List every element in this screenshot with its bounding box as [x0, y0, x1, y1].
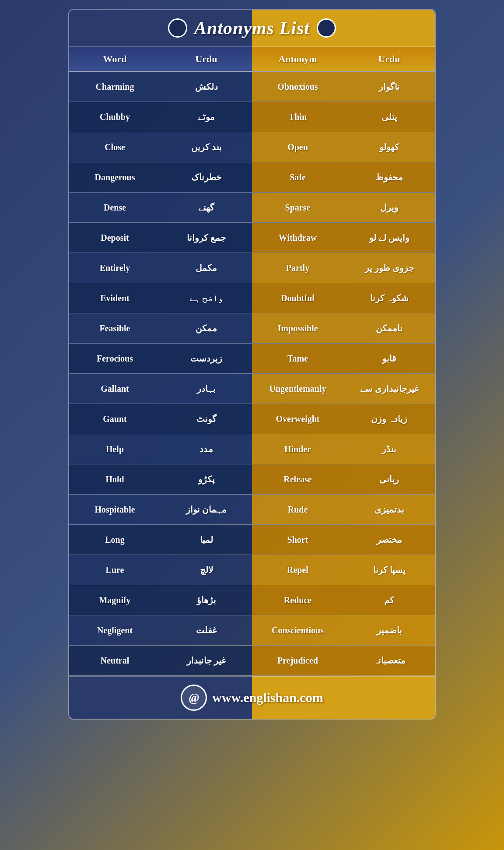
- col-header-urdu-antonym: Urdu: [343, 47, 435, 71]
- urdu-word-text: بند کریں: [191, 142, 222, 152]
- cell-word: Gaunt: [69, 404, 161, 434]
- cell-urdu-antonym: ربانی: [343, 464, 435, 494]
- cell-urdu-antonym: مختصر: [343, 525, 435, 555]
- cell-urdu-antonym: پسپا کرنا: [343, 555, 435, 585]
- table-row: Help مدد Hinder بنڈر: [69, 434, 435, 464]
- urdu-word-text: پکڑو: [198, 474, 215, 485]
- cell-urdu-word: غفلت: [161, 615, 252, 645]
- antonym-text: Release: [284, 474, 312, 485]
- cell-urdu-antonym: زیادہ وزن: [343, 404, 435, 434]
- col-header-urdu-word: Urdu: [161, 47, 252, 71]
- antonym-text: Repel: [287, 565, 308, 575]
- cell-urdu-word: گونٹ: [161, 404, 252, 434]
- antonym-text: Impossible: [277, 323, 318, 334]
- cell-word: Hospitable: [69, 495, 161, 524]
- cell-urdu-antonym: غیرجانبداری سے: [343, 374, 435, 404]
- urdu-antonym-text: متعصبانہ: [373, 655, 406, 666]
- table-row: Charming دلکش Obnoxious ناگوار: [69, 72, 435, 102]
- cell-urdu-antonym: قابو: [343, 344, 435, 373]
- urdu-word-text: لمبا: [200, 534, 213, 545]
- cell-word: Entirely: [69, 253, 161, 283]
- cell-urdu-antonym: ناممکن: [343, 313, 435, 343]
- cell-urdu-word: دلکش: [161, 72, 252, 102]
- urdu-word-text: زبردست: [190, 353, 222, 364]
- cell-urdu-word: مکمل: [161, 253, 252, 283]
- cell-antonym: Prejudiced: [252, 646, 343, 675]
- cell-antonym: Obnoxious: [252, 72, 343, 102]
- table-row: Lure لالچ Repel پسپا کرنا: [69, 555, 435, 585]
- cell-urdu-antonym: شکوہ کرنا: [343, 283, 435, 313]
- antonym-text: Withdraw: [279, 233, 317, 243]
- cell-urdu-antonym: ویرل: [343, 193, 435, 222]
- word-text: Gallant: [101, 384, 129, 394]
- urdu-word-text: گونٹ: [196, 414, 217, 424]
- word-text: Magnify: [99, 595, 130, 605]
- antonym-text: Ungentlemanly: [270, 384, 326, 394]
- cell-antonym: Safe: [252, 162, 343, 192]
- word-text: Evident: [100, 293, 130, 303]
- table-row: Evident واضح ہے Doubtful شکوہ کرنا: [69, 283, 435, 313]
- cell-word: Magnify: [69, 585, 161, 615]
- cell-urdu-word: بڑھاؤ: [161, 585, 252, 615]
- antonym-text: Sparse: [285, 203, 311, 213]
- word-text: Entirely: [100, 263, 130, 273]
- urdu-word-text: دلکش: [195, 81, 218, 92]
- cell-urdu-antonym: کھولو: [343, 132, 435, 162]
- cell-urdu-word: غیر جانبدار: [161, 646, 252, 675]
- urdu-antonym-text: ربانی: [379, 474, 399, 485]
- cell-antonym: Open: [252, 132, 343, 162]
- cell-urdu-word: موٹے: [161, 102, 252, 132]
- cell-urdu-word: خطرناک: [161, 162, 252, 192]
- cell-antonym: Sparse: [252, 193, 343, 222]
- cell-antonym: Rude: [252, 495, 343, 524]
- urdu-antonym-text: مختصر: [377, 534, 402, 545]
- urdu-word-text: غیر جانبدار: [187, 655, 226, 666]
- cell-word: Dangerous: [69, 162, 161, 192]
- antonym-text: Partly: [286, 263, 309, 273]
- urdu-word-text: واضح ہے: [189, 293, 223, 303]
- urdu-antonym-text: پتلی: [382, 112, 397, 122]
- cell-urdu-word: مدد: [161, 434, 252, 464]
- at-symbol: @: [181, 685, 207, 711]
- cell-urdu-word: مہمان نواز: [161, 495, 252, 524]
- cell-urdu-word: لالچ: [161, 555, 252, 585]
- antonym-text: Rude: [288, 505, 308, 515]
- word-text: Gaunt: [103, 414, 126, 424]
- table-row: Entirely مکمل Partly جزوی طور پر: [69, 253, 435, 283]
- cell-urdu-antonym: پتلی: [343, 102, 435, 132]
- cell-urdu-word: پکڑو: [161, 464, 252, 494]
- cell-antonym: Doubtful: [252, 283, 343, 313]
- antonym-text: Prejudiced: [277, 656, 318, 666]
- urdu-word-text: لالچ: [200, 565, 213, 575]
- word-text: Help: [106, 444, 124, 454]
- urdu-antonym-text: پسپا کرنا: [373, 565, 406, 575]
- cell-antonym: Reduce: [252, 585, 343, 615]
- cell-antonym: Ungentlemanly: [252, 374, 343, 404]
- urdu-word-text: غفلت: [196, 625, 217, 636]
- cell-urdu-word: ممکن: [161, 313, 252, 343]
- cell-word: Negligent: [69, 615, 161, 645]
- header-circle-left: [168, 18, 187, 38]
- urdu-word-text: موٹے: [198, 112, 215, 122]
- table-row: Gaunt گونٹ Overweight زیادہ وزن: [69, 404, 435, 434]
- col-header-antonym: Antonym: [252, 47, 343, 71]
- footer: @ www.englishan.com: [69, 676, 435, 719]
- urdu-antonym-text: بدتمیزی: [374, 504, 404, 515]
- urdu-antonym-text: قابو: [382, 353, 396, 364]
- word-text: Ferocious: [97, 354, 133, 364]
- main-container: Antonyms List Word Urdu Antonym Urdu Cha…: [68, 9, 436, 720]
- word-text: Hold: [105, 474, 124, 485]
- urdu-antonym-text: زیادہ وزن: [371, 414, 407, 424]
- urdu-antonym-text: ناممکن: [376, 323, 402, 334]
- cell-urdu-antonym: متعصبانہ: [343, 646, 435, 675]
- cell-antonym: Conscientious: [252, 615, 343, 645]
- antonym-text: Safe: [290, 172, 306, 183]
- table-row: Deposit جمع کروانا Withdraw واپس لے لو: [69, 223, 435, 253]
- word-text: Deposit: [101, 233, 129, 243]
- word-text: Feasible: [100, 323, 130, 334]
- word-text: Neutral: [101, 656, 130, 666]
- cell-antonym: Thin: [252, 102, 343, 132]
- word-text: Hospitable: [94, 505, 135, 515]
- word-text: Charming: [96, 82, 134, 92]
- urdu-antonym-text: باضمیر: [377, 625, 402, 636]
